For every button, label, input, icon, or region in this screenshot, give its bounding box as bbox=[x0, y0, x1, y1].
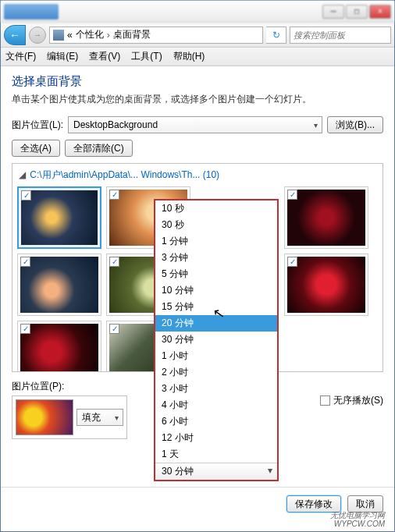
interval-dropdown-list[interactable]: 10 秒30 秒1 分钟3 分钟5 分钟10 分钟15 分钟20 分钟30 分钟… bbox=[154, 199, 279, 481]
fill-mode-control: 填充 bbox=[12, 395, 127, 439]
breadcrumb-desktop-bg[interactable]: 桌面背景 bbox=[113, 28, 151, 41]
watermark-text: 无忧电脑学习网 bbox=[330, 511, 385, 520]
maximize-button[interactable]: □ bbox=[346, 5, 368, 19]
shuffle-checkbox[interactable]: 无序播放(S) bbox=[320, 394, 383, 407]
titlebar: ─ □ × bbox=[1, 1, 394, 23]
interval-option[interactable]: 10 分钟 bbox=[155, 282, 277, 299]
thumb-checkbox[interactable]: ✓ bbox=[287, 257, 297, 267]
position-label: 图片位置(P): bbox=[12, 380, 127, 393]
menu-file[interactable]: 文件(F) bbox=[5, 50, 36, 63]
menu-help[interactable]: 帮助(H) bbox=[173, 50, 205, 63]
interval-option[interactable]: 6 小时 bbox=[155, 413, 277, 430]
gallery-path-text: C:\用户\admin\AppData\... Windows\Th... (1… bbox=[30, 169, 219, 180]
wallpaper-thumb[interactable]: ✓ bbox=[17, 321, 101, 372]
interval-option[interactable]: 12 小时 bbox=[155, 430, 277, 446]
page-description: 单击某个图片使其成为您的桌面背景，或选择多个图片创建一个幻灯片。 bbox=[12, 94, 383, 105]
thumb-checkbox[interactable]: ✓ bbox=[109, 190, 119, 200]
location-dropdown[interactable]: DesktopBackground bbox=[68, 116, 322, 133]
app-logo bbox=[4, 4, 59, 20]
wallpaper-image bbox=[287, 257, 365, 313]
wallpaper-thumb[interactable]: ✓ bbox=[284, 254, 368, 316]
refresh-button[interactable]: ↻ bbox=[266, 27, 286, 44]
navbar: ← → « 个性化 › 桌面背景 ↻ bbox=[1, 23, 394, 48]
gallery-path[interactable]: ◢ C:\用户\admin\AppData\... Windows\Th... … bbox=[16, 168, 379, 182]
search-input[interactable] bbox=[290, 27, 391, 44]
browse-button[interactable]: 浏览(B)... bbox=[327, 116, 383, 133]
interval-option[interactable]: 3 分钟 bbox=[155, 250, 277, 266]
wallpaper-thumb[interactable]: ✓ bbox=[17, 186, 101, 249]
interval-option[interactable]: 1 小时 bbox=[155, 348, 277, 364]
menu-tools[interactable]: 工具(T) bbox=[131, 50, 162, 63]
thumb-checkbox[interactable]: ✓ bbox=[20, 257, 30, 267]
watermark-url: WYPCW.COM bbox=[330, 520, 385, 528]
nav-forward-button[interactable]: → bbox=[29, 27, 46, 44]
fill-preview-icon bbox=[16, 399, 73, 435]
nav-back-button[interactable]: ← bbox=[4, 25, 26, 45]
breadcrumb[interactable]: « 个性化 › 桌面背景 bbox=[49, 27, 263, 44]
thumb-checkbox[interactable]: ✓ bbox=[109, 257, 119, 267]
close-button[interactable]: × bbox=[369, 5, 391, 19]
page-title: 选择桌面背景 bbox=[12, 74, 383, 89]
breadcrumb-sep: « bbox=[67, 30, 73, 41]
interval-option[interactable]: 30 秒 bbox=[155, 217, 277, 233]
watermark: 无忧电脑学习网 WYPCW.COM bbox=[330, 511, 385, 528]
cancel-button[interactable]: 取消 bbox=[347, 495, 383, 512]
interval-option[interactable]: 10 秒 bbox=[155, 200, 277, 217]
thumb-checkbox[interactable]: ✓ bbox=[21, 190, 31, 200]
menu-view[interactable]: 查看(V) bbox=[89, 50, 120, 63]
menubar: 文件(F) 编辑(E) 查看(V) 工具(T) 帮助(H) bbox=[1, 48, 394, 66]
interval-option[interactable]: 30 分钟 bbox=[155, 332, 277, 348]
breadcrumb-personalization[interactable]: 个性化 bbox=[76, 28, 104, 41]
menu-edit[interactable]: 编辑(E) bbox=[47, 50, 78, 63]
interval-dropdown-current[interactable]: 30 分钟 bbox=[155, 463, 277, 480]
wallpaper-image bbox=[287, 190, 365, 246]
thumb-checkbox[interactable]: ✓ bbox=[287, 190, 297, 200]
interval-option[interactable]: 2 小时 bbox=[155, 364, 277, 381]
minimize-button[interactable]: ─ bbox=[322, 5, 344, 19]
interval-option[interactable]: 3 小时 bbox=[155, 381, 277, 397]
fill-mode-dropdown[interactable]: 填充 bbox=[77, 409, 123, 426]
footer: 保存修改 取消 无忧电脑学习网 WYPCW.COM bbox=[1, 487, 394, 531]
thumb-checkbox[interactable]: ✓ bbox=[20, 324, 30, 334]
interval-option[interactable]: 5 分钟 bbox=[155, 266, 277, 282]
thumb-checkbox[interactable]: ✓ bbox=[109, 324, 119, 334]
select-all-button[interactable]: 全选(A) bbox=[12, 140, 60, 157]
checkbox-icon bbox=[320, 395, 330, 406]
interval-option[interactable]: 15 分钟 bbox=[155, 299, 277, 315]
shuffle-label: 无序播放(S) bbox=[333, 394, 383, 407]
interval-option[interactable]: 1 天 bbox=[155, 446, 277, 463]
interval-option[interactable]: 4 小时 bbox=[155, 397, 277, 413]
expand-icon[interactable]: ◢ bbox=[19, 169, 26, 180]
interval-option[interactable]: 20 分钟 bbox=[155, 315, 277, 332]
wallpaper-image bbox=[20, 324, 98, 372]
wallpaper-thumb[interactable]: ✓ bbox=[17, 254, 101, 316]
wallpaper-image bbox=[21, 190, 98, 245]
interval-option[interactable]: 1 分钟 bbox=[155, 233, 277, 250]
monitor-icon bbox=[53, 30, 64, 41]
location-label: 图片位置(L): bbox=[12, 119, 63, 132]
clear-all-button[interactable]: 全部清除(C) bbox=[65, 140, 133, 157]
wallpaper-thumb[interactable]: ✓ bbox=[284, 186, 368, 249]
window-controls: ─ □ × bbox=[322, 5, 391, 19]
wallpaper-image bbox=[20, 257, 98, 313]
breadcrumb-sep: › bbox=[107, 30, 110, 41]
save-button[interactable]: 保存修改 bbox=[286, 495, 341, 512]
